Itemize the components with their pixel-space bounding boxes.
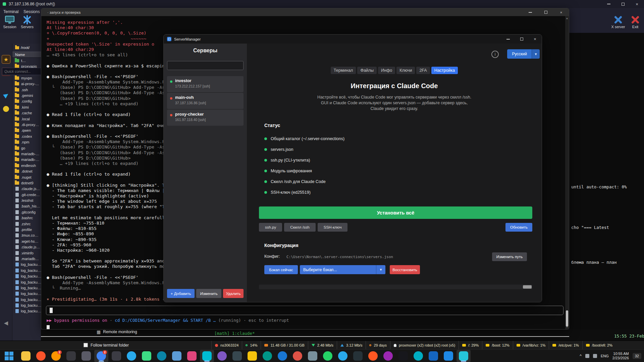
keyboard-language[interactable]: ENG [601,354,609,358]
tab[interactable]: Настройка [431,67,458,74]
server-search-input[interactable] [167,61,244,70]
horizontal-scrollbar-thumb[interactable] [523,285,532,289]
language-selector[interactable]: Русский ▼ [507,49,540,59]
taskbar-app-icon[interactable] [321,350,335,362]
backup-now-button[interactable]: Бэкап сейчас [264,265,298,274]
taskbar-app-icon[interactable] [381,350,395,362]
start-button[interactable] [5,352,13,360]
sm-close-button[interactable]: × [528,35,542,44]
monitor-segment-value: 3.12 Mb/s [346,343,362,347]
monitor-bar: Follow terminal folder ns3063324 14% 11.… [0,341,644,349]
claude-input-box[interactable] [46,306,564,315]
install-part-button[interactable]: ssh.py [259,223,282,232]
refresh-button[interactable]: Обновить [505,223,532,232]
taskbar-app-icon[interactable] [215,350,229,362]
taskbar-app-icon[interactable] [306,350,320,362]
taskbar-app-icon[interactable] [200,350,214,362]
quick-connect-input[interactable] [2,68,43,75]
backup-select-dropdown[interactable]: Выберите бэкап... ▼ [300,265,385,274]
change-path-button[interactable]: Изменить путь [492,252,527,261]
taskbar-app-icon[interactable] [140,350,154,362]
menu-sessions[interactable]: Sessions [23,9,40,14]
file-type-icon [15,158,19,161]
volume-icon[interactable] [593,354,597,358]
taskbar-app-icon[interactable] [79,350,93,362]
terminal-maximize-button[interactable] [538,8,553,16]
collapse-sidebar-icon[interactable]: ◀ [2,318,10,327]
maximize-button[interactable] [616,0,630,8]
taskbar-app-icon[interactable] [170,350,184,362]
yellow-ball-icon[interactable] [2,105,10,113]
tray-expand-chevron[interactable]: ^ [580,354,582,358]
taskbar-app-icon[interactable] [124,350,139,362]
monitor-segment: ns3063324 [211,341,242,350]
file-type-icon [15,292,19,296]
monitor-segment-value: 2.48 Mb/s [317,343,333,347]
taskbar-app-icon[interactable]: 2 [49,350,63,362]
taskbar-app-icon[interactable] [19,350,33,362]
menu-terminal[interactable]: Terminal [3,9,18,14]
file-name: .qwen [21,128,31,132]
taskbar-app-icon[interactable] [351,350,365,362]
paper-plane-icon[interactable]: ▶ [0,89,12,101]
tab[interactable]: Ключи [396,67,415,74]
info-icon[interactable]: i [491,51,499,58]
taskbar-icons: 2 2 [19,350,471,362]
taskbar-app-icon[interactable] [411,350,425,362]
server-list-item[interactable]: investor 173.212.212.157 [ssh] [167,76,244,92]
tray-time: 10:55 AM [612,352,629,356]
taskbar-app-icon[interactable] [64,350,78,362]
taskbar-app-icon[interactable] [396,350,410,362]
taskbar-app-icon[interactable] [155,350,169,362]
taskbar-app-icon[interactable] [336,350,350,362]
terminal-close-button[interactable]: × [553,8,569,16]
taskbar-app-icon[interactable] [290,350,305,362]
tab[interactable]: Инфо [378,67,395,74]
install-part-button[interactable]: SSH-ключ [318,223,348,232]
taskbar-app-icon[interactable] [109,350,123,362]
x-server-button[interactable]: X server [609,15,628,29]
restore-button[interactable]: Восстановить [390,265,420,274]
terminal-scrollbar[interactable]: ▲ ▼ [565,16,569,329]
add-server-button[interactable]: + Добавить [167,289,195,298]
install-part-buttons: ssh.pyСкилл /sshSSH-ключ [259,223,347,232]
follow-terminal-checkbox[interactable] [84,343,88,347]
taskbar-app-icon[interactable] [260,350,274,362]
taskbar-app-icon[interactable] [230,350,244,362]
tab[interactable]: Терминал [331,67,356,74]
exit-button[interactable]: Exit [628,15,643,29]
sm-maximize-button[interactable] [515,35,528,44]
taskbar-app-icon[interactable]: 2 [94,350,108,362]
scroll-up-arrow[interactable]: ▲ [565,17,569,20]
session-button[interactable]: Session [2,15,17,29]
taskbar-app-icon[interactable] [441,350,455,362]
install-all-button[interactable]: Установить всё [259,206,532,219]
terminal-minimize-button[interactable] [523,8,538,16]
taskbar-app-icon[interactable] [185,350,199,362]
notification-count[interactable]: 32 [633,353,641,359]
taskbar-app-icon[interactable] [366,350,380,362]
close-button[interactable]: × [630,0,644,8]
taskbar-app-icon[interactable] [457,350,471,362]
remote-monitoring-toggle[interactable]: ▦ Remote monitoring [97,328,137,335]
terminal-line: At line:40 char:30 [47,25,562,31]
edit-server-button[interactable]: Изменить [196,289,221,298]
tab[interactable]: Файлы [357,67,377,74]
install-part-button[interactable]: Скилл /ssh [284,223,315,232]
server-list-item[interactable]: proxy-checker 161.97.118.40 [ssh] [167,110,244,126]
favorites-star-icon[interactable]: ★ [2,55,10,64]
network-icon[interactable] [585,354,589,358]
servers-button[interactable]: Servers [19,15,35,29]
server-list-item[interactable]: main-ovh 37.187.136.86 [ssh] [167,93,244,109]
horizontal-scrollbar[interactable] [259,285,532,289]
taskbar-app-icon[interactable] [245,350,259,362]
sm-minimize-button[interactable] [501,35,515,44]
delete-server-button[interactable]: Удалить [223,289,244,298]
taskbar-app-icon[interactable] [426,350,440,362]
taskbar-app-icon[interactable] [275,350,289,362]
tray-clock[interactable]: 10:55 AM 2/23/2026 [612,352,629,360]
taskbar-app-icon[interactable] [34,350,48,362]
tab[interactable]: 2FA [416,67,430,74]
scrollbar-thumb[interactable] [566,310,568,326]
minimize-button[interactable] [602,0,616,8]
